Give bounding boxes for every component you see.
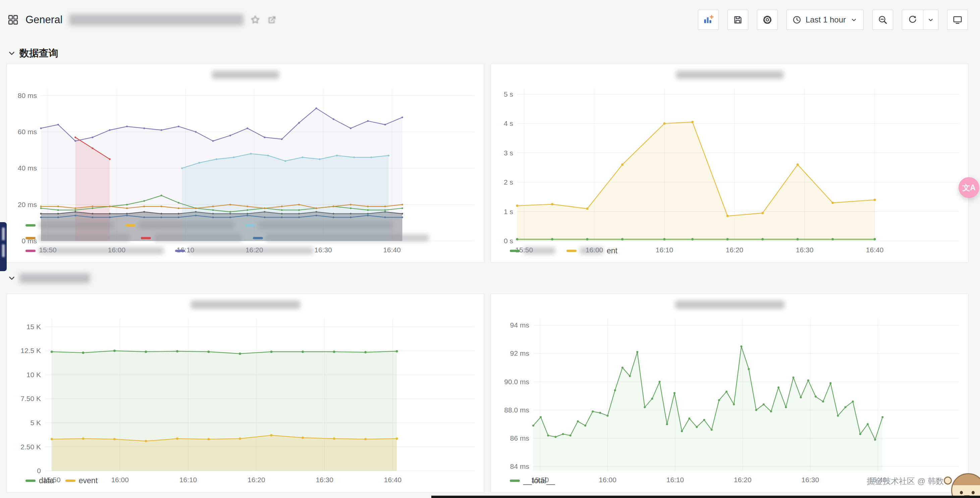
legend-item[interactable] [253, 235, 429, 241]
svg-text:20 ms: 20 ms [18, 201, 37, 208]
section-row-query[interactable]: 数据查询 [0, 43, 980, 64]
panel-title-blurred [676, 71, 783, 79]
top-bar: General [0, 0, 980, 40]
legend-series-color [25, 250, 35, 252]
legend-label-blurred [139, 222, 234, 228]
legend-item[interactable] [141, 235, 242, 241]
legend-item[interactable] [25, 235, 129, 241]
legend-label-blurred [154, 235, 242, 241]
chevron-down-icon [7, 274, 16, 283]
svg-text:86 ms: 86 ms [510, 434, 529, 442]
legend-item[interactable]: data [25, 476, 54, 485]
panels-row-1: 0 ms20 ms40 ms60 ms80 ms15:5016:0016:101… [6, 64, 969, 263]
svg-text:90.0 ms: 90.0 ms [504, 378, 529, 386]
breadcrumb-section[interactable]: General [25, 14, 62, 26]
legend-item[interactable] [25, 247, 164, 254]
legend-item[interactable] [126, 222, 234, 228]
legend-item[interactable]: __total__ [510, 476, 555, 485]
legend-label-blurred [523, 247, 555, 254]
legend-item[interactable] [25, 222, 114, 228]
panel-duration: 0 s1 s2 s3 s4 s5 s15:5016:0016:1016:2016… [491, 64, 969, 263]
legend-series-color [25, 237, 35, 239]
svg-text:92 ms: 92 ms [510, 350, 529, 357]
legend-series-color [65, 480, 75, 482]
svg-text:1 s: 1 s [504, 208, 513, 215]
translate-icon: 文A [962, 182, 976, 193]
svg-text:5 K: 5 K [30, 419, 41, 426]
legend-item[interactable] [175, 247, 313, 254]
panel-title[interactable] [11, 66, 480, 83]
legend-series-color [253, 237, 263, 239]
kiosk-mode-button[interactable] [947, 10, 968, 30]
legend-series-color [25, 480, 35, 482]
legend: ent [495, 244, 964, 260]
svg-text:94 ms: 94 ms [510, 321, 529, 329]
legend-series-color [25, 224, 35, 227]
toolbar: Last 1 hour [698, 10, 968, 30]
mascot-paw [944, 477, 952, 485]
time-range-label: Last 1 hour [806, 15, 846, 24]
chart-svg: 0 s1 s2 s3 s4 s5 s15:5016:0016:1016:2016… [495, 83, 964, 256]
legend-series-color [510, 250, 520, 252]
panels-row-2: 02.50 K5 K7.50 K10 K12.5 K15 K15:5016:00… [6, 294, 969, 493]
clock-icon [792, 15, 802, 24]
svg-text:7.50 K: 7.50 K [21, 395, 41, 402]
legend-row: ent [510, 244, 962, 257]
mascot-image [951, 473, 980, 498]
legend-label-blurred [580, 247, 603, 254]
legend: dataevent [11, 474, 480, 490]
total-chart[interactable]: 84 ms86 ms88.0 ms90.0 ms92 ms94 ms15:501… [495, 313, 964, 474]
legend-item[interactable]: ent [566, 246, 617, 255]
gear-icon [762, 15, 772, 25]
dashboard-body: 数据查询 0 ms20 ms40 ms60 ms80 ms15:5016:001… [0, 40, 980, 493]
panel-total-ms: 84 ms86 ms88.0 ms90.0 ms92 ms94 ms15:501… [491, 294, 969, 493]
legend-item[interactable] [510, 247, 555, 254]
latency-chart[interactable]: 0 ms20 ms40 ms60 ms80 ms15:5016:0016:101… [11, 83, 480, 218]
dashboard-settings-button[interactable] [757, 10, 778, 30]
legend-row [25, 231, 477, 244]
panel-title[interactable] [11, 296, 480, 313]
apps-grid-icon[interactable] [7, 14, 19, 26]
duration-chart[interactable]: 0 s1 s2 s3 s4 s5 s15:5016:0016:1016:2016… [495, 83, 964, 244]
panel-title[interactable] [495, 66, 964, 83]
refresh-button-group [902, 10, 939, 30]
time-range-picker[interactable]: Last 1 hour [786, 10, 864, 30]
star-icon[interactable] [250, 15, 260, 25]
panel-title[interactable] [495, 296, 964, 313]
save-icon [733, 15, 743, 25]
section-row-write[interactable] [0, 263, 980, 294]
svg-text:2.50 K: 2.50 K [21, 443, 41, 451]
rows-chart[interactable]: 02.50 K5 K7.50 K10 K12.5 K15 K15:5016:00… [11, 313, 480, 474]
legend-series-color [175, 250, 185, 252]
chevron-down-icon [7, 49, 16, 58]
svg-text:88.0 ms: 88.0 ms [504, 406, 529, 414]
translate-float-button[interactable]: 文A [959, 177, 979, 198]
svg-text:84 ms: 84 ms [510, 463, 529, 470]
save-dashboard-button[interactable] [727, 10, 748, 30]
zoom-out-time-button[interactable] [872, 10, 893, 30]
legend-label-fragment: ent [607, 246, 617, 255]
refresh-button[interactable] [902, 10, 923, 30]
side-feedback-tab[interactable] [0, 222, 7, 271]
svg-text:15 K: 15 K [27, 323, 41, 330]
add-panel-button[interactable] [698, 10, 719, 30]
legend-label: __total__ [523, 476, 555, 485]
refresh-interval-dropdown[interactable] [923, 10, 938, 30]
legend-series-color [141, 237, 151, 239]
dashboard-title-blurred[interactable] [69, 14, 243, 26]
svg-text:12.5 K: 12.5 K [21, 346, 41, 354]
svg-text:2 s: 2 s [504, 178, 513, 186]
legend-label-blurred [259, 222, 393, 228]
legend-label-blurred [266, 235, 429, 241]
panel-latency: 0 ms20 ms40 ms60 ms80 ms15:5016:0016:101… [6, 64, 484, 263]
chart-svg: 84 ms86 ms88.0 ms90.0 ms92 ms94 ms15:501… [495, 313, 964, 486]
legend-label-blurred [39, 247, 164, 254]
legend-series-color [566, 250, 576, 252]
side-tab-text-blurred [2, 228, 5, 240]
legend-label: data [39, 476, 54, 485]
chart-svg: 02.50 K5 K7.50 K10 K12.5 K15 K15:5016:00… [11, 313, 480, 486]
legend-item[interactable] [245, 222, 393, 228]
legend-label-blurred [39, 222, 114, 228]
legend-item[interactable]: event [65, 476, 98, 485]
share-icon[interactable] [267, 15, 277, 25]
